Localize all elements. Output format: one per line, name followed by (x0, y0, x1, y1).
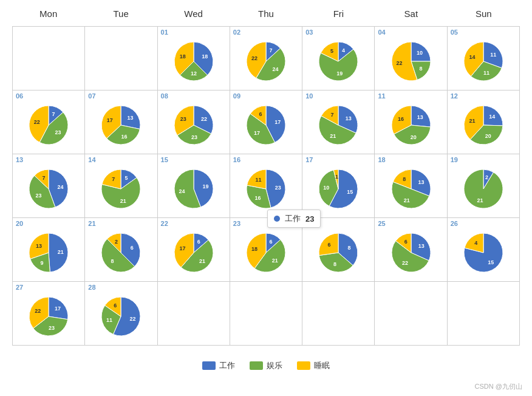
svg-text:24: 24 (179, 188, 185, 194)
header-fri: Fri (302, 6, 375, 24)
date-label-13: 13 (16, 156, 23, 163)
pie-wrapper-20: 21913 (15, 220, 82, 279)
cell-04: 0410822 (375, 27, 447, 90)
svg-text:6: 6 (131, 245, 134, 251)
svg-text:8: 8 (419, 66, 422, 72)
svg-text:16: 16 (254, 195, 261, 201)
svg-text:23: 23 (49, 325, 55, 331)
pie-wrapper-14: 5217 (87, 157, 154, 215)
svg-text:6: 6 (197, 239, 200, 245)
legend-entertainment: 娱乐 (250, 360, 282, 371)
svg-text:21: 21 (272, 258, 278, 264)
legend-work-label: 工作 (219, 360, 235, 371)
legend-sleep: 睡眠 (297, 360, 330, 371)
svg-text:18: 18 (179, 53, 185, 60)
cell-17: 1715101 (302, 154, 375, 218)
tooltip-value: 23 (305, 214, 314, 224)
cell-empty (85, 27, 157, 90)
svg-text:20: 20 (485, 133, 491, 139)
date-label-17: 17 (305, 156, 313, 163)
date-label-23: 23 (233, 220, 240, 227)
date-label-07: 07 (88, 92, 95, 100)
cell-26: 26154 (448, 218, 520, 282)
tooltip-label: 工作 (285, 213, 301, 224)
date-label-15: 15 (161, 156, 168, 163)
svg-text:13: 13 (418, 243, 424, 249)
svg-text:18: 18 (202, 53, 208, 60)
cell-empty (158, 282, 230, 346)
header-sun: Sun (448, 6, 520, 24)
svg-text:16: 16 (121, 134, 128, 140)
svg-text:11: 11 (106, 317, 112, 323)
svg-text:6: 6 (114, 302, 117, 309)
date-label-16: 16 (233, 156, 240, 163)
svg-text:17: 17 (107, 117, 113, 123)
date-label-22: 22 (161, 220, 168, 227)
cell-06: 0672322 (13, 90, 85, 154)
svg-text:17: 17 (55, 306, 61, 312)
svg-text:24: 24 (58, 184, 64, 190)
cell-28: 2822116 (85, 282, 157, 346)
day-headers: Mon Tue Wed Thu Fri Sat Sun (12, 6, 520, 24)
svg-text:13: 13 (346, 115, 352, 121)
svg-text:21: 21 (469, 118, 475, 124)
svg-text:11: 11 (255, 177, 261, 183)
svg-text:13: 13 (418, 179, 424, 185)
svg-text:9: 9 (41, 260, 44, 266)
svg-text:2: 2 (485, 174, 488, 180)
svg-text:12: 12 (191, 70, 197, 77)
calendar-grid: 0118121802724220341950410822051111140672… (12, 26, 520, 346)
pie-wrapper-02: 72422 (233, 29, 299, 87)
svg-text:4: 4 (342, 47, 345, 53)
cell-25: 2513226 (375, 218, 447, 282)
pie-wrapper-16: 231611 (233, 157, 299, 215)
svg-text:15: 15 (347, 189, 353, 195)
svg-text:4: 4 (474, 240, 477, 246)
svg-text:13: 13 (128, 115, 134, 121)
svg-text:6: 6 (259, 111, 262, 117)
svg-text:7: 7 (269, 47, 272, 53)
pie-wrapper-07: 131617 (87, 93, 154, 151)
pie-wrapper-06: 72322 (15, 93, 82, 151)
legend-entertainment-label: 娱乐 (267, 360, 282, 371)
svg-text:10: 10 (324, 185, 330, 191)
date-label-03: 03 (305, 29, 313, 36)
cell-empty (375, 282, 447, 346)
svg-text:6: 6 (404, 239, 407, 245)
pie-wrapper-25: 13226 (377, 220, 444, 279)
svg-text:7: 7 (52, 111, 55, 117)
cell-20: 2021913 (13, 218, 85, 282)
date-label-08: 08 (161, 92, 168, 100)
svg-text:23: 23 (275, 185, 281, 191)
cell-03: 034195 (302, 27, 375, 90)
date-label-04: 04 (378, 29, 385, 36)
svg-text:22: 22 (401, 260, 408, 266)
cell-11: 11132016 (375, 90, 447, 154)
svg-text:21: 21 (477, 197, 483, 203)
date-label-10: 10 (305, 92, 313, 100)
svg-text:13: 13 (36, 243, 42, 249)
pie-wrapper-23: 62118 (233, 220, 299, 279)
cell-16: 16231611 (230, 154, 302, 218)
header-mon: Mon (12, 6, 84, 24)
svg-text:13: 13 (417, 114, 423, 120)
date-label-02: 02 (233, 29, 240, 36)
pie-wrapper-26: 154 (450, 220, 517, 279)
svg-text:22: 22 (35, 308, 41, 314)
cell-empty (302, 282, 375, 346)
header-wed: Wed (157, 6, 230, 24)
date-label-05: 05 (451, 29, 458, 36)
svg-text:21: 21 (199, 258, 205, 264)
pie-wrapper-18: 13218 (377, 157, 444, 215)
pie-wrapper-03: 4195 (305, 29, 372, 87)
svg-text:21: 21 (330, 133, 336, 139)
svg-text:2: 2 (115, 239, 118, 245)
cell-empty (448, 282, 520, 346)
pie-wrapper-28: 22116 (87, 284, 154, 343)
date-label-19: 19 (451, 156, 458, 163)
svg-text:24: 24 (272, 66, 278, 72)
cell-07: 07131617 (85, 90, 157, 154)
svg-text:22: 22 (251, 55, 257, 61)
date-label-28: 28 (88, 284, 95, 291)
pie-wrapper-17: 15101 (305, 157, 372, 215)
